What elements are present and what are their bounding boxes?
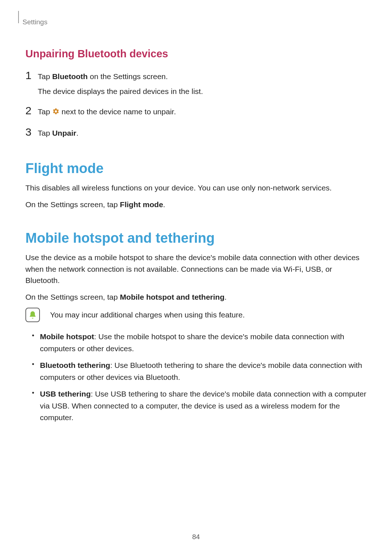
text: .	[224, 293, 226, 301]
section-title-flight-mode: Flight mode	[25, 161, 367, 176]
subheading-unpairing: Unpairing Bluetooth devices	[25, 48, 367, 60]
text: On the Settings screen, tap	[25, 293, 120, 301]
text: .	[163, 200, 165, 209]
step-number: 3	[25, 127, 38, 138]
step-body: Tap Unpair.	[38, 127, 78, 139]
bold-text: Flight mode	[120, 200, 163, 209]
text: Tap	[38, 107, 52, 116]
bold-text: Unpair	[52, 129, 77, 137]
paragraph: Use the device as a mobile hotspot to sh…	[25, 252, 367, 286]
list-item: Bluetooth tethering: Use Bluetooth tethe…	[32, 360, 367, 383]
bold-text: Bluetooth tethering	[40, 361, 110, 369]
text: .	[76, 129, 78, 137]
header-rule: Settings	[18, 11, 367, 23]
paragraph: On the Settings screen, tap Flight mode.	[25, 199, 367, 210]
bold-text: Mobile hotspot and tethering	[120, 293, 224, 301]
bold-text: Bluetooth	[52, 72, 88, 81]
paragraph: This disables all wireless functions on …	[25, 182, 367, 194]
list-item: Mobile hotspot: Use the mobile hotspot t…	[32, 331, 367, 354]
bold-text: Mobile hotspot	[40, 332, 94, 341]
step-subtext: The device displays the paired devices i…	[38, 86, 203, 98]
page-number: 84	[0, 533, 392, 541]
text: On the Settings screen, tap	[25, 200, 120, 209]
section-title-hotspot: Mobile hotspot and tethering	[25, 230, 367, 246]
step-3: 3 Tap Unpair.	[25, 127, 367, 139]
step-number: 1	[25, 70, 38, 81]
gear-icon	[52, 107, 60, 119]
text: Tap	[38, 129, 52, 137]
list-item: USB tethering: Use USB tethering to shar…	[32, 388, 367, 424]
step-body: Tap Bluetooth on the Settings screen. Th…	[38, 70, 203, 97]
text: next to the device name to unpair.	[60, 107, 176, 116]
step-2: 2 Tap next to the device name to unpair.	[25, 105, 367, 119]
page-content: Unpairing Bluetooth devices 1 Tap Blueto…	[18, 48, 367, 424]
step-body: Tap next to the device name to unpair.	[38, 105, 176, 119]
paragraph: On the Settings screen, tap Mobile hotsp…	[25, 291, 367, 303]
note-callout: You may incur additional charges when us…	[25, 308, 367, 322]
header-section-label: Settings	[23, 18, 48, 26]
bullet-list: Mobile hotspot: Use the mobile hotspot t…	[25, 331, 367, 424]
text: on the Settings screen.	[88, 72, 168, 81]
step-1: 1 Tap Bluetooth on the Settings screen. …	[25, 70, 367, 97]
step-number: 2	[25, 105, 38, 116]
bold-text: USB tethering	[40, 390, 91, 398]
text: Tap	[38, 72, 52, 81]
bell-icon	[25, 308, 40, 322]
note-text: You may incur additional charges when us…	[50, 309, 245, 321]
